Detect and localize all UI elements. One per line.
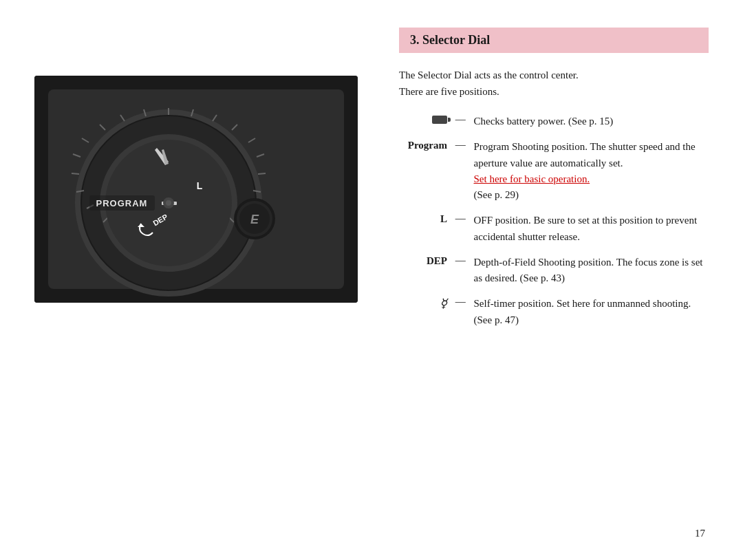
feature-dash-L: —: [453, 213, 469, 224]
intro-line2: There are five positions.: [399, 86, 499, 97]
right-column: 3. Selector Dial The Selector Dial acts …: [399, 28, 709, 532]
DEP-label: DEP: [399, 255, 447, 267]
intro-text: The Selector Dial acts as the control ce…: [399, 67, 709, 100]
section-header: 3. Selector Dial: [399, 28, 709, 53]
program-label-cell: Program: [399, 139, 447, 151]
feature-dash-program: —: [453, 139, 469, 151]
battery-icon: [432, 116, 447, 124]
feature-desc-selftimer: Self-timer position. Set here for unmann…: [474, 296, 709, 328]
svg-point-42: [166, 200, 171, 206]
feature-program: Program — Program Shooting position. The…: [399, 139, 709, 203]
selftimer-icon-cell: ☿: [399, 296, 447, 311]
page: PROGRAM DEP L E: [0, 0, 743, 560]
feature-dash-battery: —: [453, 114, 469, 125]
feature-selftimer: ☿ — Self-timer position. Set here for un…: [399, 296, 709, 328]
svg-text:E: E: [250, 213, 259, 226]
self-timer-icon: ☿: [440, 296, 447, 311]
svg-text:PROGRAM: PROGRAM: [96, 198, 148, 208]
feature-list: — Checks battery power. (See p. 15) Prog…: [399, 114, 709, 328]
L-label: L: [399, 213, 447, 225]
svg-line-24: [72, 173, 79, 174]
feature-dash-DEP: —: [453, 255, 469, 266]
program-label: Program: [399, 140, 447, 151]
feature-DEP: DEP — Depth-of-Field Shooting position. …: [399, 255, 709, 287]
feature-desc-DEP: Depth-of-Field Shooting position. The fo…: [474, 255, 709, 287]
left-column: PROGRAM DEP L E: [34, 28, 372, 532]
svg-text:L: L: [197, 180, 203, 191]
DEP-label-cell: DEP: [399, 255, 447, 267]
feature-dash-selftimer: —: [453, 296, 469, 308]
intro-line1: The Selector Dial acts as the control ce…: [399, 69, 579, 80]
section-title: 3. Selector Dial: [410, 33, 490, 47]
feature-L: L — OFF position. Be sure to set at this…: [399, 213, 709, 245]
page-number: 17: [695, 528, 705, 539]
camera-image: PROGRAM DEP L E: [34, 76, 358, 303]
feature-desc-program: Program Shooting position. The shutter s…: [474, 139, 709, 203]
program-highlight: Set here for basic operation.: [474, 173, 590, 184]
svg-line-12: [258, 173, 266, 174]
feature-desc-battery: Checks battery power. (See p. 15): [474, 114, 709, 129]
L-label-cell: L: [399, 213, 447, 225]
feature-desc-L: OFF position. Be sure to set at this pos…: [474, 213, 709, 245]
battery-icon-cell: [399, 114, 447, 124]
feature-battery: — Checks battery power. (See p. 15): [399, 114, 709, 129]
